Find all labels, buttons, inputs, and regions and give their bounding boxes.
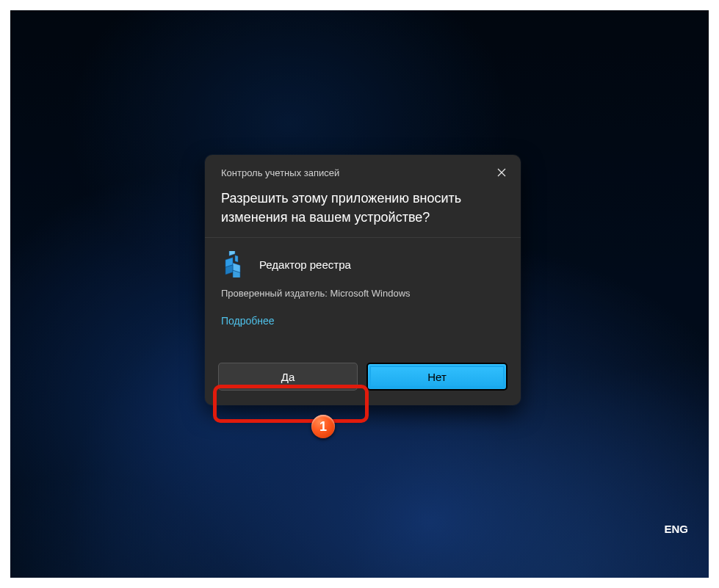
no-button-label: Нет (427, 371, 447, 383)
yes-button-label: Да (281, 371, 295, 383)
app-name: Редактор реестра (259, 258, 351, 271)
svg-rect-6 (229, 251, 235, 255)
uac-dialog: Контроль учетных записей Разрешить этому… (205, 155, 521, 405)
regedit-icon (221, 251, 248, 277)
uac-question: Разрешить этому приложению вносить измен… (205, 183, 521, 237)
app-row: Редактор реестра (205, 238, 521, 286)
close-button[interactable] (490, 162, 513, 183)
show-more-link[interactable]: Подробнее (205, 299, 291, 327)
yes-button[interactable]: Да (218, 363, 358, 391)
no-button[interactable]: Нет (366, 363, 507, 391)
close-icon (497, 168, 506, 177)
language-indicator[interactable]: ENG (664, 523, 688, 535)
svg-rect-7 (235, 255, 238, 262)
desktop-dimmed-background: Контроль учетных записей Разрешить этому… (10, 10, 709, 578)
uac-title: Контроль учетных записей (221, 167, 339, 178)
uac-header: Контроль учетных записей (205, 155, 521, 183)
button-row: Да Нет (205, 327, 521, 405)
publisher-line: Проверенный издатель: Microsoft Windows (205, 286, 521, 299)
